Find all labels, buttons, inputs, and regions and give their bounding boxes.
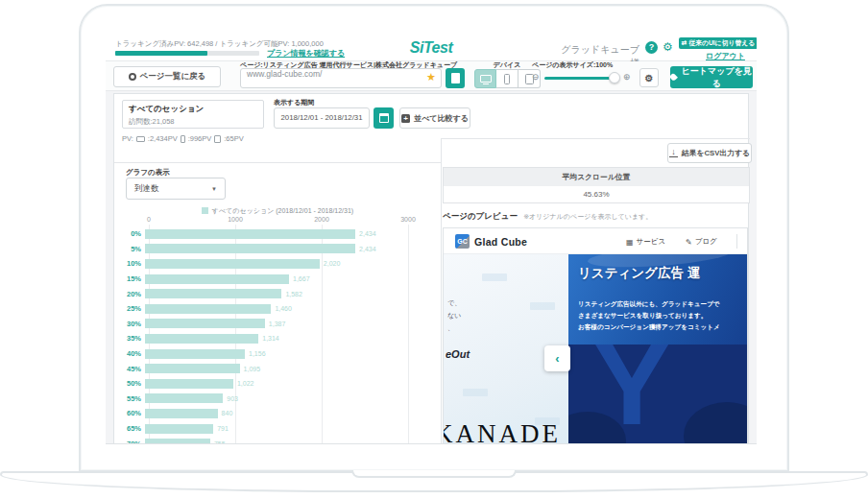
zoom-in-icon[interactable]: ⊕ (623, 72, 631, 82)
chart-category-label: 45% (114, 365, 145, 373)
graph-display-label: グラフの表示 (126, 168, 170, 178)
photo-y-letter: Y (593, 345, 670, 444)
chart-bar (145, 334, 258, 344)
chart-value-label: 840 (222, 410, 233, 416)
metric-select[interactable]: 到達数 ▼ (126, 178, 226, 200)
zoom-out-icon[interactable]: ⊖ (532, 72, 540, 82)
desktop-icon (136, 136, 145, 142)
chart-category-label: 5% (114, 245, 145, 253)
export-csv-button[interactable]: ↓ 結果をCSV出力する (667, 143, 752, 163)
chart-value-label: 1,582 (285, 291, 302, 297)
carousel-prev-button[interactable]: ‹ (544, 345, 570, 371)
page-snapshot-button[interactable] (446, 68, 465, 88)
document-icon (451, 73, 460, 83)
chart-bar (145, 439, 210, 444)
laptop-notch (351, 470, 517, 478)
hero-title: リスティング広告 運 (578, 265, 700, 282)
sitest-app-window: トラッキング済みPV: 642,498 / トラッキング可能PV: 1,000,… (106, 36, 757, 444)
calendar-button[interactable] (374, 107, 394, 129)
main-panel: すべてのセッション 訪問数:21,058 PV: :2,434PV :996PV… (113, 93, 749, 444)
avg-scroll-value: 45.63% (443, 186, 750, 203)
divider (114, 162, 441, 163)
chart-value-label: 1,022 (237, 380, 254, 387)
slide-text-fragment: 、 (447, 323, 454, 333)
session-segment-box[interactable]: すべてのセッション 訪問数:21,058 (122, 100, 264, 129)
back-to-page-list-button[interactable]: ページ一覧に戻る (113, 66, 221, 87)
chart-category-label: 65% (114, 424, 145, 433)
device-desktop-button[interactable] (474, 69, 496, 88)
view-heatmap-button[interactable]: ヒートマップを見る (670, 66, 753, 88)
pv-breakdown-row: PV: :2,434PV :996PV :65PV (122, 134, 244, 143)
desktop-icon (480, 75, 492, 83)
chart-value-label: 791 (217, 425, 229, 432)
scroll-reach-bar-chart: 0%2,4345%2,43410%2,02015%1,66720%1,58225… (114, 226, 441, 444)
download-icon: ↓ (669, 149, 678, 157)
mobile-icon (181, 135, 185, 143)
chart-legend: すべてのセッション (2018/12/01 - 2018/12/31) (114, 206, 441, 216)
slide-text-fragment: ない (447, 311, 461, 321)
preview-note: ※オリジナルのページを表示しています。 (523, 213, 652, 220)
chart-row: 70%755 (114, 436, 441, 444)
pv-desktop-value: :2,434PV (148, 134, 178, 143)
chart-row: 60%840 (114, 406, 441, 421)
heatmap-drop-icon (668, 73, 677, 82)
back-icon (129, 73, 136, 81)
chart-value-label: 1,667 (293, 275, 310, 282)
chart-category-label: 55% (114, 394, 145, 403)
chart-row: 45%1,095 (114, 361, 441, 376)
favorite-star-icon[interactable]: ★ (426, 71, 436, 83)
date-range-input[interactable]: 2018/12/01 - 2018/12/31 (274, 107, 370, 129)
chart-value-label: 2,434 (359, 230, 376, 237)
x-tick-label: 3000 (394, 216, 422, 223)
divider (441, 138, 442, 444)
kanade-wordmark: KANADE (444, 419, 561, 444)
chart-bar (145, 393, 223, 403)
chart-bar (145, 289, 281, 298)
chart-bar (145, 379, 233, 389)
mobile-icon (504, 74, 510, 84)
chart-category-label: 25% (114, 304, 145, 313)
chart-x-axis: 0100020003000 (114, 216, 441, 224)
chart-bar (145, 364, 240, 373)
chart-value-label: 903 (227, 395, 238, 402)
chart-value-label: 1,460 (275, 305, 292, 312)
compare-button[interactable]: + 並べて比較する (399, 107, 470, 129)
device-toggle-group (474, 69, 541, 88)
app-header: トラッキング済みPV: 642,498 / トラッキング可能PV: 1,000,… (106, 36, 757, 61)
preview-nav-services[interactable]: ▦ サービス (626, 237, 665, 247)
chart-category-label: 10% (114, 259, 145, 268)
chart-row: 20%1,582 (114, 286, 441, 301)
help-icon[interactable]: ? (645, 41, 658, 54)
slide-text-fragment: で、 (447, 298, 461, 308)
hero-line: リスティング広告以外にも、グラッドキューブで (578, 300, 720, 309)
app-toolbar: ページ一覧に戻る ページ:リスティング広告 運用代行サービス|株式会社グラッドキ… (106, 61, 757, 91)
chart-category-label: 30% (114, 320, 145, 328)
preview-nav-blog[interactable]: ✎ ブログ (686, 237, 717, 247)
chart-row: 40%1,156 (114, 346, 441, 362)
switch-ui-button[interactable]: ⇄ 従来のUIに切り替える (679, 37, 757, 49)
chart-row: 35%1,314 (114, 331, 441, 346)
device-mobile-button[interactable] (496, 69, 518, 88)
preview-label-row: ページのプレビュー ※オリジナルのページを表示しています。 (443, 211, 750, 223)
slide-partial-word: eOut (446, 348, 470, 360)
chart-value-label: 1,095 (244, 366, 261, 372)
pv-progress-fill (115, 51, 207, 56)
plan-info-link[interactable]: プラン情報を確認する (267, 48, 345, 59)
chart-row: 55%903 (114, 392, 441, 407)
chevron-left-icon: ‹ (555, 351, 559, 366)
logout-link[interactable]: ログアウト (706, 51, 745, 61)
zoom-slider-track[interactable] (544, 77, 617, 80)
url-input[interactable]: www.glad-cube.com/ (240, 68, 442, 88)
session-visits: 訪問数:21,058 (129, 117, 257, 127)
chart-bar (145, 304, 271, 314)
chart-bar (145, 409, 218, 418)
zoom-settings-button[interactable]: ⚙ (639, 68, 659, 87)
zoom-slider-thumb[interactable] (609, 72, 620, 83)
pv-progress-bar (115, 51, 259, 56)
x-tick-label: 1000 (221, 216, 250, 223)
chart-category-label: 70% (114, 440, 145, 444)
divider (441, 138, 750, 139)
chart-value-label: 2,020 (324, 260, 341, 267)
chart-row: 50%1,022 (114, 376, 441, 392)
settings-gear-icon[interactable]: ⚙ (663, 41, 673, 54)
